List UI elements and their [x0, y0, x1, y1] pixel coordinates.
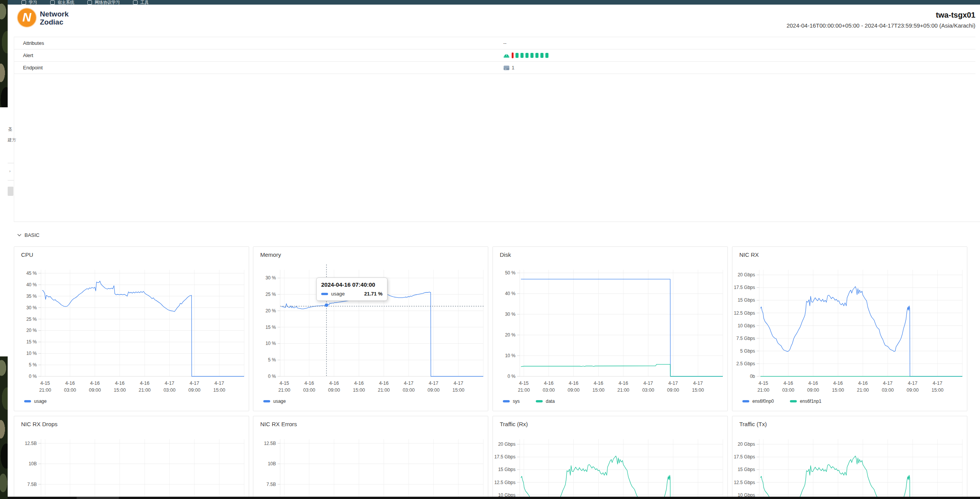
- x-axis-labels: 4-1521:004-1603:004-1609:004-1615:004-16…: [278, 381, 465, 393]
- folder-icon: [87, 0, 92, 5]
- row-value[interactable]: [503, 52, 548, 59]
- legend-item-data[interactable]: data: [536, 399, 555, 404]
- svg-text:15:00: 15:00: [114, 387, 126, 393]
- series-line-usage: [281, 292, 483, 376]
- svg-text:4-15: 4-15: [519, 381, 529, 386]
- chevron-right-icon[interactable]: ›: [9, 169, 11, 173]
- table-row: Attributes--: [14, 37, 975, 49]
- grid: [38, 439, 244, 499]
- section-basic-toggle[interactable]: BASIC: [17, 232, 39, 238]
- svg-text:21:00: 21:00: [278, 387, 290, 393]
- alert-bar-green[interactable]: [520, 53, 524, 58]
- svg-text:20 %: 20 %: [26, 328, 37, 333]
- bookmark-item[interactable]: 学习: [21, 0, 37, 5]
- svg-text:09:00: 09:00: [907, 387, 919, 393]
- chart-card-nic_rx_errors: NIC RX Errors12.5B10B7.5B4-1521:004-1603…: [253, 416, 488, 499]
- taskbar-edge: [8, 497, 980, 499]
- chart-card-traffic_rx: Traffic (Rx)20 Gbps17.5 Gbps15 Gbps12.5 …: [492, 416, 728, 499]
- svg-text:21:00: 21:00: [139, 387, 151, 393]
- svg-text:30 %: 30 %: [505, 312, 516, 317]
- side-panel-fragment-2: 建方: [8, 137, 16, 143]
- tooltip-series-pill: [321, 293, 328, 295]
- svg-text:20 Gbps: 20 Gbps: [498, 442, 515, 447]
- y-axis-labels: 12.5B10B7.5B: [264, 441, 276, 487]
- svg-text:7.5B: 7.5B: [27, 482, 37, 487]
- nic_rx_drops-chart-plot[interactable]: 12.5B10B7.5B4-1521:004-1603:004-1609:004…: [14, 416, 250, 499]
- svg-text:10B: 10B: [29, 461, 37, 466]
- hover-point: [325, 304, 328, 307]
- svg-text:50 %: 50 %: [505, 270, 516, 276]
- svg-text:40 %: 40 %: [505, 291, 516, 296]
- legend-item-ens6f0np0[interactable]: ens6f0np0: [742, 399, 774, 404]
- svg-text:4-16: 4-16: [379, 381, 389, 386]
- alert-bar-red[interactable]: [512, 53, 514, 58]
- nic_rx-chart-plot[interactable]: 20 Gbps17.5 Gbps15 Gbps12.5 Gbps10 Gbps7…: [732, 247, 968, 412]
- traffic_rx-chart-plot[interactable]: 20 Gbps17.5 Gbps15 Gbps12.5 Gbps10 Gbps4…: [493, 416, 728, 499]
- svg-text:03:00: 03:00: [403, 387, 415, 393]
- svg-text:12.5 Gbps: 12.5 Gbps: [734, 480, 755, 485]
- svg-text:03:00: 03:00: [543, 387, 555, 393]
- svg-text:4-17: 4-17: [454, 381, 463, 386]
- y-axis-labels: 50 %40 %30 %20 %10 %0 %: [505, 270, 516, 379]
- svg-text:7.5B: 7.5B: [266, 482, 276, 487]
- svg-text:17.5 Gbps: 17.5 Gbps: [734, 285, 755, 290]
- row-label: Attributes: [14, 40, 44, 46]
- series-line-rx: [521, 456, 723, 499]
- nic_rx_errors-chart-plot[interactable]: 12.5B10B7.5B4-1521:004-1603:004-1609:004…: [253, 416, 489, 499]
- row-value[interactable]: 1: [503, 65, 514, 71]
- x-axis-labels: 4-1521:004-1603:004-1609:004-1615:004-16…: [518, 381, 704, 393]
- disk-chart-plot[interactable]: 50 %40 %30 %20 %10 %0 %4-1521:004-1603:0…: [493, 247, 728, 412]
- endpoint-drive-icon: [503, 65, 510, 71]
- svg-text:4-15: 4-15: [758, 381, 768, 386]
- svg-text:15 Gbps: 15 Gbps: [738, 467, 755, 472]
- alert-bar-green[interactable]: [545, 53, 548, 58]
- series-line-tx: [760, 456, 962, 499]
- svg-text:0 %: 0 %: [29, 374, 37, 379]
- side-panel-fragment-1: 圣: [8, 126, 12, 132]
- y-axis-labels: 20 Gbps17.5 Gbps15 Gbps12.5 Gbps10 Gbps: [494, 442, 515, 497]
- bookmark-item[interactable]: 宿主系统: [50, 0, 74, 5]
- svg-text:4-16: 4-16: [65, 381, 75, 386]
- alert-bar-green[interactable]: [540, 53, 543, 58]
- tooltip-series-name: usage: [331, 291, 345, 297]
- svg-text:03:00: 03:00: [642, 387, 654, 393]
- cpu-chart-plot[interactable]: 45 %40 %35 %30 %25 %20 %15 %10 %5 %0 %4-…: [14, 247, 250, 412]
- legend-item-sys[interactable]: sys: [503, 399, 520, 404]
- svg-text:0b: 0b: [750, 374, 755, 379]
- traffic_tx-chart-plot[interactable]: 20 Gbps17.5 Gbps15 Gbps12.5 Gbps10 Gbps4…: [732, 416, 968, 499]
- memory-chart-plot[interactable]: 30 %25 %20 %15 %10 %5 %0 %4-1521:004-160…: [253, 247, 489, 412]
- svg-text:10 %: 10 %: [266, 341, 276, 346]
- chart-card-nic_rx_drops: NIC RX Drops12.5B10B7.5B4-1521:004-1603:…: [14, 416, 249, 499]
- desktop-wallpaper: [0, 0, 8, 107]
- svg-text:10 %: 10 %: [26, 351, 37, 356]
- time-range[interactable]: 2024-04-16T00:00:00+05:00 - 2024-04-17T2…: [786, 22, 975, 29]
- svg-text:03:00: 03:00: [782, 387, 794, 393]
- svg-text:45 %: 45 %: [26, 271, 37, 276]
- grid: [517, 270, 723, 376]
- legend: ens6f0np0ens6f1np1: [742, 399, 821, 404]
- svg-text:4-17: 4-17: [908, 381, 918, 386]
- svg-text:12.5B: 12.5B: [264, 441, 276, 446]
- tooltip-row: usage21.71 %: [321, 291, 382, 297]
- alert-bar-green[interactable]: [525, 53, 529, 58]
- alert-bar-green[interactable]: [530, 53, 534, 58]
- y-axis-labels: 30 %25 %20 %15 %10 %5 %0 %: [266, 275, 276, 379]
- svg-text:15 %: 15 %: [266, 325, 276, 330]
- legend-item-usage[interactable]: usage: [263, 399, 286, 404]
- bookmark-item[interactable]: 网络协议学习: [87, 0, 120, 5]
- svg-text:4-16: 4-16: [858, 381, 868, 386]
- alert-bar-green[interactable]: [535, 53, 538, 58]
- x-axis-labels: 4-1521:004-1603:004-1609:004-1615:004-16…: [757, 381, 944, 393]
- legend-item-usage[interactable]: usage: [24, 399, 47, 404]
- svg-text:10 %: 10 %: [505, 353, 516, 358]
- bookmark-item[interactable]: 工具: [133, 0, 149, 5]
- svg-text:21:00: 21:00: [518, 387, 530, 393]
- svg-text:15 %: 15 %: [26, 339, 37, 345]
- chart-card-disk: Disk50 %40 %30 %20 %10 %0 %4-1521:004-16…: [492, 246, 728, 411]
- alert-bar-green[interactable]: [515, 53, 519, 58]
- series-line-ens6f0np0: [760, 287, 962, 376]
- svg-text:4-17: 4-17: [404, 381, 414, 386]
- legend-item-ens6f1np1[interactable]: ens6f1np1: [790, 399, 821, 404]
- svg-text:4-15: 4-15: [279, 381, 289, 386]
- folder-icon: [133, 0, 138, 5]
